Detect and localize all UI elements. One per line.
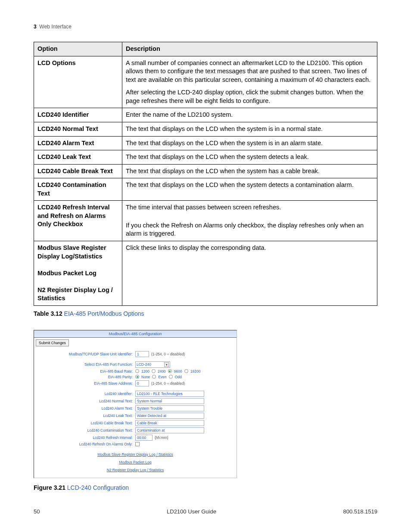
field-label: Lcd240 Cable Break Text: <box>34 421 135 425</box>
table-row: LCD240 Contamination Text The text that … <box>34 178 377 201</box>
field-label: Select EIA-485 Port Function: <box>34 362 135 367</box>
table-row: LCD240 Refresh Interval and Refresh on A… <box>34 201 377 241</box>
chevron-down-icon: ▾ <box>164 362 169 367</box>
field-label: Lcd240 Normal Text: <box>34 399 135 403</box>
chapter-title: Web Interface <box>39 24 71 30</box>
table-row: Modbus Slave Register Display Log/Statis… <box>34 241 377 306</box>
field-suffix: (1-254, 0 = disabled) <box>151 381 185 386</box>
modbus-packet-log-link[interactable]: Modbus Packet Log <box>119 460 151 464</box>
table-caption-text: EIA-485 Port/Modbus Options <box>64 310 144 317</box>
lcd-identifier-input[interactable] <box>135 391 204 397</box>
baud-1200-radio[interactable] <box>135 369 139 373</box>
figure-caption-label: Figure 3.21 <box>34 484 65 491</box>
field-label: Lcd240 Identifier: <box>34 392 135 396</box>
config-form-screenshot: Modbus/EIA-485 Configuration Submit Chan… <box>34 330 237 478</box>
figure-caption: Figure 3.21 LCD-240 Configuration <box>34 484 240 491</box>
lcd-contamination-text-input[interactable] <box>135 427 204 433</box>
footer-center: LD2100 User Guide <box>167 508 216 515</box>
field-label: EIA-485 Slave Address: <box>34 381 135 386</box>
lcd-alarm-text-input[interactable] <box>135 405 204 411</box>
lcd-normal-text-input[interactable] <box>135 398 204 404</box>
refresh-on-alarms-checkbox[interactable] <box>135 442 140 446</box>
col-header-description: Description <box>122 42 377 56</box>
parity-odd-radio[interactable] <box>169 375 173 379</box>
field-suffix: (hh:mm) <box>155 436 168 440</box>
table-row: LCD240 Normal Text The text that display… <box>34 122 377 136</box>
table-row: LCD240 Cable Break Text The text that di… <box>34 164 377 178</box>
parity-none-radio[interactable] <box>135 375 139 379</box>
lcd-leak-text-input[interactable] <box>135 413 204 419</box>
field-label: EIA-485 Baud Rate: <box>34 369 135 373</box>
n2-register-link[interactable]: N2 Register Display Log / Statistics <box>107 468 164 472</box>
field-label: Modbus/TCP/UDP Slave Unit Identifier: <box>34 352 135 356</box>
lcd-refresh-interval-input[interactable] <box>135 435 153 441</box>
form-title: Modbus/EIA-485 Configuration <box>34 330 237 338</box>
chapter-number: 3 <box>34 24 37 30</box>
field-label: Lcd240 Leak Text: <box>34 414 135 418</box>
field-label: Lcd240 Alarm Text: <box>34 406 135 411</box>
port-function-select[interactable]: LCD-240 ▾ <box>135 361 170 368</box>
options-table: Option Description LCD Options A small n… <box>34 42 377 306</box>
table-row: LCD240 Alarm Text The text that displays… <box>34 136 377 150</box>
slave-unit-id-input[interactable] <box>135 351 149 357</box>
baud-2400-radio[interactable] <box>152 369 156 373</box>
submit-changes-button[interactable]: Submit Changes <box>36 339 69 346</box>
slave-address-input[interactable] <box>135 380 149 386</box>
table-caption: Table 3.12 EIA-485 Port/Modbus Options <box>34 310 377 317</box>
col-header-option: Option <box>34 42 122 56</box>
table-row: LCD240 Leak Text The text that displays … <box>34 150 377 165</box>
field-label: Lcd240 Contamination Text: <box>34 428 135 432</box>
baud-9600-radio[interactable] <box>168 369 172 373</box>
field-label: Lcd240 Refresh Interval: <box>34 436 135 440</box>
breadcrumb: 3 Web Interface <box>34 24 377 30</box>
field-suffix: (1-254, 0 = disabled) <box>151 352 185 356</box>
baud-19200-radio[interactable] <box>184 369 188 373</box>
parity-even-radio[interactable] <box>152 375 156 379</box>
table-row: LCD Options A small number of companies … <box>34 56 377 108</box>
modbus-slave-register-link[interactable]: Modbus Slave Register Display Log / Stat… <box>97 452 173 457</box>
footer-right: 800.518.1519 <box>343 508 377 515</box>
table-row: LCD240 Identifier Enter the name of the … <box>34 108 377 122</box>
field-label: Lcd240 Refresh On Alarms Only: <box>34 442 135 446</box>
figure-caption-text: LCD-240 Configuration <box>67 484 129 491</box>
lcd-cable-break-text-input[interactable] <box>135 420 204 426</box>
table-caption-label: Table 3.12 <box>34 310 62 317</box>
field-label: EIA-485 Parity: <box>34 375 135 379</box>
page-number: 50 <box>34 508 40 515</box>
page-footer: 50 LD2100 User Guide 800.518.1519 <box>34 508 377 515</box>
